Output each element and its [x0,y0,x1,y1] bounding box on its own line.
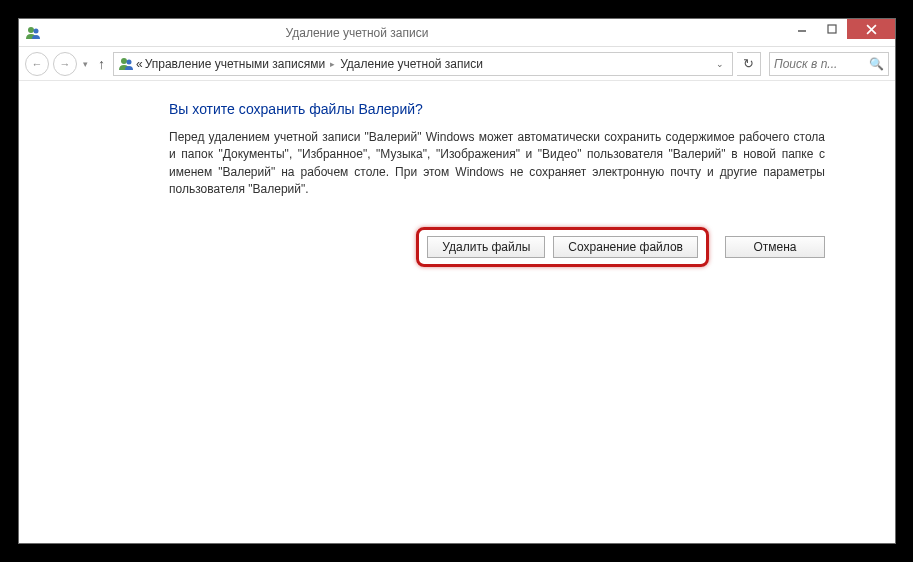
button-row: Удалить файлы Сохранение файлов Отмена [169,227,825,267]
svg-rect-3 [828,25,836,33]
save-files-button[interactable]: Сохранение файлов [553,236,698,258]
search-icon[interactable]: 🔍 [869,57,884,71]
delete-files-button[interactable]: Удалить файлы [427,236,545,258]
svg-point-6 [121,58,127,64]
recent-locations-icon[interactable]: ▾ [81,59,90,69]
breadcrumb-segment[interactable]: Удаление учетной записи [340,57,483,71]
refresh-button[interactable]: ↻ [737,52,761,76]
maximize-button[interactable] [817,19,847,39]
up-button[interactable]: ↑ [94,56,109,72]
chevron-down-icon[interactable]: ⌄ [712,59,728,69]
search-box[interactable]: 🔍 [769,52,889,76]
users-icon [118,56,134,72]
back-button[interactable]: ← [25,52,49,76]
content-area: Вы хотите сохранить файлы Валерий? Перед… [19,81,895,543]
address-bar[interactable]: « Управление учетными записями ▸ Удалени… [113,52,733,76]
svg-point-7 [127,59,132,64]
forward-button[interactable]: → [53,52,77,76]
page-heading: Вы хотите сохранить файлы Валерий? [169,101,825,117]
navigation-bar: ← → ▾ ↑ « Управление учетными записями ▸… [19,47,895,81]
breadcrumb-segment[interactable]: Управление учетными записями [145,57,325,71]
titlebar: Удаление учетной записи [19,19,895,47]
chevron-right-icon[interactable]: ▸ [327,59,338,69]
search-input[interactable] [774,57,854,71]
cancel-button[interactable]: Отмена [725,236,825,258]
breadcrumb-prefix: « [136,57,143,71]
window-controls [787,19,895,46]
description-text: Перед удалением учетной записи "Валерий"… [169,129,825,199]
minimize-button[interactable] [787,19,817,39]
window-title: Удаление учетной записи [0,26,787,40]
close-button[interactable] [847,19,895,39]
annotation-highlight: Удалить файлы Сохранение файлов [416,227,709,267]
control-panel-window: Удаление учетной записи ← → ▾ ↑ [18,18,896,544]
